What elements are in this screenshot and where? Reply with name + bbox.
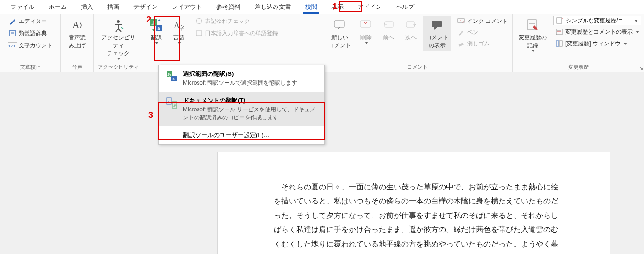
next-comment-button[interactable]: 次へ [401, 16, 421, 44]
tab-mailings[interactable]: 差し込み文書 [248, 1, 298, 13]
translate-document-icon: aあ [165, 96, 178, 109]
wordcount-button[interactable]: 123 文字カウント [7, 40, 54, 51]
group-speech-label: 音声 [72, 63, 82, 71]
translate-icon: あa [149, 18, 164, 33]
svg-rect-23 [458, 43, 463, 46]
tab-review[interactable]: 校閲 [299, 1, 324, 13]
tab-home[interactable]: ホーム [42, 1, 73, 13]
tab-file[interactable]: ファイル [4, 1, 41, 13]
svg-rect-21 [432, 21, 442, 27]
svg-text:a: a [172, 77, 175, 81]
ribbon: エディター 類義語辞典 123 文字カウント 文章校正 A 音声読 み上げ 音声 [0, 14, 644, 72]
svg-text:a: a [157, 26, 160, 31]
translate-selection-item[interactable]: あa 選択範囲の翻訳(S) Microsoft 翻訳ツールで選択範囲を翻訳します [159, 65, 324, 92]
group-language: あa 翻訳 A字 言語 表記ゆれチェック 日本語入力辞書への単語登録 [143, 14, 283, 72]
group-speech: A 音声読 み上げ 音声 [61, 14, 94, 72]
reviewing-pane-button[interactable]: [変更履歴] ウィンドウ [553, 38, 641, 49]
thesaurus-button[interactable]: 類義語辞典 [7, 28, 54, 38]
chevron-down-icon [634, 20, 638, 22]
chevron-down-icon [155, 42, 159, 44]
tab-design[interactable]: デザイン [127, 1, 164, 13]
group-proofing-label: 文章校正 [20, 63, 41, 71]
pen-button[interactable]: ペン [455, 27, 510, 37]
fluctuation-check-button[interactable]: 表記ゆれチェック [193, 16, 280, 26]
translate-button[interactable]: あa 翻訳 [146, 16, 167, 46]
svg-point-13 [196, 18, 202, 24]
language-button[interactable]: A字 言語 [168, 16, 189, 46]
group-comments-label: コメント [407, 63, 428, 71]
tab-addins[interactable]: アドイン [351, 1, 388, 13]
group-a11y: アクセシビリティ チェック アクセシビリティ [94, 14, 143, 72]
svg-rect-33 [559, 41, 562, 46]
track-changes-icon [525, 18, 540, 33]
tab-insert[interactable]: 挿入 [74, 1, 100, 13]
group-proofing: エディター 類義語辞典 123 文字カウント 文章校正 [0, 14, 61, 72]
eraser-button[interactable]: 消しゴム [455, 38, 510, 49]
translate-dropdown: あa 選択範囲の翻訳(S) Microsoft 翻訳ツールで選択範囲を翻訳します… [158, 65, 325, 145]
ink-comment-button[interactable]: インク コメント [455, 16, 510, 26]
chevron-down-icon [636, 31, 639, 33]
editor-icon [8, 17, 17, 25]
document-body-text[interactable]: それらの夏の日々、一面に薄の生い茂った草原の中で、お前が立ったまま熱心に絵を描い… [274, 180, 565, 254]
new-comment-icon [332, 18, 347, 33]
dialog-launcher-icon[interactable]: ↘ [639, 65, 643, 71]
ime-dict-button[interactable]: 日本語入力辞書への単語登録 [193, 28, 280, 38]
svg-text:字: 字 [179, 25, 184, 31]
thesaurus-icon [8, 29, 17, 37]
eraser-icon [457, 39, 465, 48]
tab-view[interactable]: 表示 [325, 1, 350, 13]
editor-button[interactable]: エディター [7, 16, 54, 26]
svg-text:A: A [73, 20, 80, 30]
delete-comment-button[interactable]: 削除 [356, 16, 376, 46]
next-comment-icon [403, 18, 418, 33]
fluctuation-icon [195, 17, 203, 25]
show-markup-button[interactable]: 変更履歴とコメントの表示 [553, 27, 641, 37]
group-tracking-label: 変更履歴 [568, 63, 589, 71]
group-tracking: 変更履歴の 記録 シンプルな変更履歴/コ… 変更履歴とコメントの表示 [変更履歴… [513, 14, 644, 72]
display-mode-icon [556, 16, 564, 25]
svg-text:あ: あ [167, 72, 171, 77]
chevron-down-icon [177, 42, 181, 44]
translator-settings-item[interactable]: 翻訳ツールのユーザー設定(L)… [159, 126, 324, 144]
tab-draw[interactable]: 描画 [101, 1, 126, 13]
ime-dict-icon [195, 29, 203, 37]
delete-comment-icon [359, 18, 373, 33]
svg-text:a: a [168, 99, 170, 103]
svg-point-6 [117, 20, 120, 23]
chevron-down-icon [117, 58, 121, 60]
svg-rect-22 [458, 18, 464, 23]
svg-text:あ: あ [173, 103, 177, 107]
read-aloud-button[interactable]: A 音声読 み上げ [66, 16, 88, 51]
group-comments: 新しい コメント 削除 前へ 次へ コメント の表示 [323, 14, 513, 72]
tab-help[interactable]: ヘルプ [389, 1, 421, 13]
tab-bar: ファイル ホーム 挿入 描画 デザイン レイアウト 参考資料 差し込み文書 校閲… [0, 0, 644, 14]
svg-rect-0 [10, 30, 15, 36]
svg-rect-15 [334, 21, 344, 27]
tab-layout[interactable]: レイアウト [165, 1, 209, 13]
svg-rect-32 [556, 41, 559, 46]
show-markup-icon [555, 28, 564, 36]
show-comments-icon [430, 18, 445, 33]
pen-icon [457, 28, 465, 36]
show-comments-button[interactable]: コメント の表示 [423, 16, 451, 51]
translate-document-item[interactable]: aあ ドキュメントの翻訳(T) Microsoft 翻訳ツール サービスを使用し… [159, 92, 324, 126]
display-mode-select[interactable]: シンプルな変更履歴/コ… [553, 16, 641, 25]
new-comment-button[interactable]: 新しい コメント [326, 16, 354, 51]
svg-rect-14 [196, 31, 202, 36]
group-a11y-label: アクセシビリティ [98, 63, 139, 71]
wordcount-icon: 123 [8, 41, 17, 50]
svg-text:123: 123 [8, 44, 15, 48]
read-aloud-icon: A [70, 18, 85, 33]
svg-text:あ: あ [151, 20, 156, 25]
reviewing-pane-icon [555, 39, 564, 48]
translate-selection-icon: あa [165, 70, 178, 83]
document-page[interactable]: それらの夏の日々、一面に薄の生い茂った草原の中で、お前が立ったまま熱心に絵を描い… [217, 152, 610, 254]
tab-references[interactable]: 参考資料 [210, 1, 247, 13]
prev-comment-button[interactable]: 前へ [378, 16, 399, 44]
a11y-check-button[interactable]: アクセシビリティ チェック [96, 16, 140, 62]
language-icon: A字 [171, 18, 186, 33]
a11y-icon [111, 18, 126, 33]
chevron-down-icon [531, 50, 535, 52]
chevron-down-icon [365, 42, 368, 44]
track-changes-button[interactable]: 変更履歴の 記録 [516, 16, 549, 54]
